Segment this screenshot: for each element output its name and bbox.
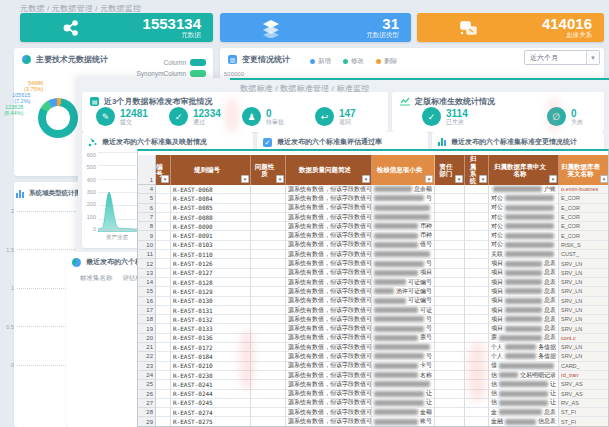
filter-dropdown-icon[interactable]: ▾ — [362, 175, 370, 183]
table-cell[interactable] — [435, 390, 465, 399]
row-number[interactable]: 15 — [138, 287, 156, 296]
table-cell[interactable]: 源系统有数值，但该字段数值可 — [286, 324, 372, 333]
table-cell[interactable]: 源系统有数值，但该字段数值可 — [286, 241, 372, 250]
table-cell[interactable]: R-EAST-0127 — [171, 269, 251, 278]
legend-item-新增[interactable]: 新增 — [310, 57, 331, 66]
table-cell[interactable]: E_COR — [559, 222, 609, 231]
tab-standard-set-name[interactable]: 标准集名称 — [80, 274, 113, 283]
table-cell[interactable] — [156, 222, 171, 231]
table-cell[interactable] — [372, 380, 435, 389]
table-cell[interactable]: 源系统有数值，但该字段数值可 — [286, 399, 372, 408]
row-number-header[interactable]: 1 — [138, 155, 156, 185]
table-cell[interactable]: 个人务借据 — [489, 352, 559, 361]
table-cell[interactable] — [156, 371, 171, 380]
table-cell[interactable] — [156, 417, 171, 426]
table-cell[interactable]: CUST_ — [559, 250, 609, 259]
table-cell[interactable] — [251, 194, 286, 203]
table-cell[interactable] — [465, 287, 489, 296]
table-cell[interactable]: R-EAST-0241 — [171, 380, 251, 389]
table-cell[interactable]: 项目息表 — [489, 315, 559, 324]
table-cell[interactable] — [435, 399, 465, 408]
table-cell[interactable]: 项目息表 — [489, 269, 559, 278]
table-cell[interactable] — [465, 343, 489, 352]
row-number[interactable]: 18 — [138, 315, 156, 324]
table-cell[interactable] — [251, 417, 286, 426]
table-cell[interactable]: R-EAST-0090 — [171, 222, 251, 231]
table-cell[interactable] — [251, 324, 286, 333]
table-cell[interactable] — [251, 315, 286, 324]
table-cell[interactable]: 源系统有数值，但该字段数值可 — [286, 306, 372, 315]
table-cell[interactable]: 金额 — [372, 408, 435, 417]
table-cell[interactable] — [251, 222, 286, 231]
table-cell[interactable]: 源系统有数值，但该字段数值可 — [286, 371, 372, 380]
table-cell[interactable] — [435, 334, 465, 343]
table-cell[interactable] — [156, 334, 171, 343]
table-cell[interactable] — [156, 297, 171, 306]
table-cell[interactable]: 号 — [372, 315, 435, 324]
filter-dropdown-icon[interactable]: ▾ — [425, 175, 433, 183]
row-number[interactable]: 7 — [138, 213, 156, 222]
table-cell[interactable]: 源系统有数值，但该字段数值可 — [286, 259, 372, 268]
table-cell[interactable] — [465, 231, 489, 240]
table-cell[interactable]: 金融信息表 — [489, 417, 559, 426]
legend-item-synonymcolumn[interactable]: SynonymColumn — [137, 70, 207, 77]
row-number[interactable]: 17 — [138, 306, 156, 315]
table-cell[interactable]: 息余额 — [372, 185, 435, 194]
table-cell[interactable]: SRV_LN — [559, 269, 609, 278]
table-cell[interactable] — [435, 231, 465, 240]
table-cell[interactable] — [465, 213, 489, 222]
table-cell[interactable]: 关联 — [489, 250, 559, 259]
table-cell[interactable]: 源系统有数值，但该字段数值可 — [286, 213, 372, 222]
table-cell[interactable] — [465, 241, 489, 250]
table-cell[interactable]: 号 — [372, 324, 435, 333]
table-cell[interactable]: 源系统有数值，但该字段数值可 — [286, 380, 372, 389]
table-cell[interactable]: 项目 — [372, 269, 435, 278]
table-cell[interactable] — [465, 408, 489, 417]
row-number[interactable]: 24 — [138, 371, 156, 380]
table-cell[interactable]: 号 — [372, 194, 435, 203]
table-cell[interactable]: 对公 — [489, 194, 559, 203]
table-cell[interactable]: 源系统有数值，但该字段数值可 — [286, 269, 372, 278]
table-cell[interactable] — [465, 417, 489, 426]
table-cell[interactable]: 源系统有数值，但该字段数值可 — [286, 222, 372, 231]
table-cell[interactable]: rd_tran — [559, 371, 609, 380]
table-cell[interactable] — [435, 250, 465, 259]
table-cell[interactable]: SRV_LN — [559, 324, 609, 333]
table-cell[interactable]: R-EAST-0210 — [171, 362, 251, 371]
table-cell[interactable] — [251, 231, 286, 240]
table-cell[interactable]: 项目息表 — [489, 287, 559, 296]
legend-item-column[interactable]: Column — [137, 59, 207, 66]
row-number[interactable]: 20 — [138, 334, 156, 343]
table-cell[interactable] — [251, 352, 286, 361]
table-cell[interactable]: 项目息表 — [489, 306, 559, 315]
table-cell[interactable]: R-EAST-0128 — [171, 278, 251, 287]
row-number[interactable]: 13 — [138, 269, 156, 278]
table-cell[interactable]: R-EAST-0085 — [171, 204, 251, 213]
table-cell[interactable]: 源系统有数值，但该字段数值可 — [286, 204, 372, 213]
table-cell[interactable]: 源系统有数值，但该字段数值可 — [286, 231, 372, 240]
table-cell[interactable]: SRV_LN — [559, 306, 609, 315]
row-number[interactable]: 12 — [138, 259, 156, 268]
table-cell[interactable] — [435, 352, 465, 361]
filter-dropdown-icon[interactable]: ▾ — [161, 175, 169, 183]
table-cell[interactable] — [251, 399, 286, 408]
table-cell[interactable]: 源系统有数值，但该字段数值可 — [286, 297, 372, 306]
table-cell[interactable]: 源系统有数值，但该字段数值可 — [286, 250, 372, 259]
table-cell[interactable]: R-EAST-0130 — [171, 297, 251, 306]
table-cell[interactable] — [251, 408, 286, 417]
table-cell[interactable]: 对公 — [489, 222, 559, 231]
table-cell[interactable] — [465, 297, 489, 306]
table-cell[interactable] — [156, 250, 171, 259]
row-number[interactable]: 29 — [138, 417, 156, 426]
table-cell[interactable]: 币种 — [372, 231, 435, 240]
filter-dropdown-icon[interactable]: ▾ — [241, 175, 249, 183]
table-cell[interactable]: 票号 — [372, 334, 435, 343]
table-cell[interactable] — [156, 343, 171, 352]
table-cell[interactable] — [435, 287, 465, 296]
table-cell[interactable] — [435, 417, 465, 426]
row-number[interactable]: 9 — [138, 231, 156, 240]
table-cell[interactable]: R-EAST-0110 — [171, 250, 251, 259]
filter-dropdown-icon[interactable]: ▾ — [479, 175, 487, 183]
table-cell[interactable] — [435, 315, 465, 324]
table-cell[interactable] — [435, 278, 465, 287]
